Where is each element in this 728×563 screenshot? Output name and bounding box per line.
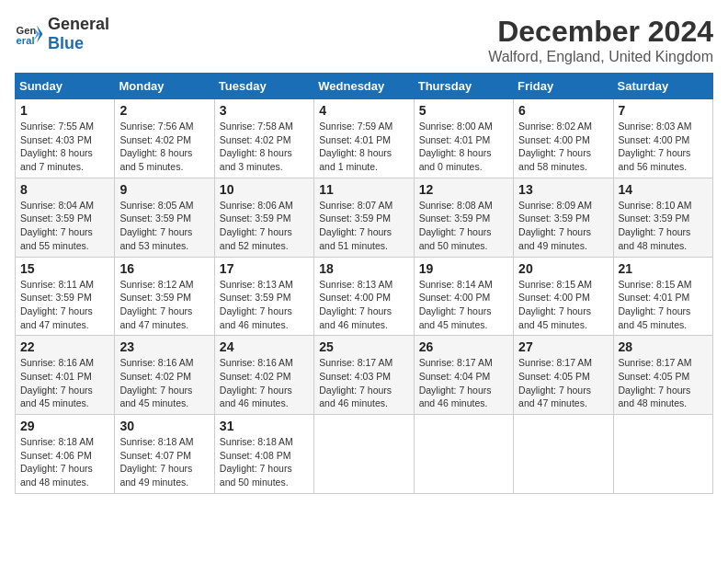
- empty-cell: [314, 415, 414, 494]
- day-detail: Sunrise: 8:00 AM Sunset: 4:01 PM Dayligh…: [419, 120, 508, 174]
- day-number: 2: [119, 103, 209, 118]
- calendar-day-7: 7Sunrise: 8:03 AM Sunset: 4:00 PM Daylig…: [613, 99, 712, 178]
- day-number: 14: [619, 182, 708, 197]
- day-detail: Sunrise: 8:17 AM Sunset: 4:03 PM Dayligh…: [319, 356, 408, 410]
- calendar-day-24: 24Sunrise: 8:16 AM Sunset: 4:02 PM Dayli…: [214, 336, 313, 415]
- day-number: 8: [20, 182, 109, 197]
- calendar-day-5: 5Sunrise: 8:00 AM Sunset: 4:01 PM Daylig…: [414, 99, 513, 178]
- day-detail: Sunrise: 8:16 AM Sunset: 4:02 PM Dayligh…: [119, 356, 209, 410]
- day-detail: Sunrise: 7:56 AM Sunset: 4:02 PM Dayligh…: [119, 120, 209, 174]
- calendar-day-15: 15Sunrise: 8:11 AM Sunset: 3:59 PM Dayli…: [16, 257, 115, 336]
- empty-cell: [414, 415, 513, 494]
- calendar-week-3: 15Sunrise: 8:11 AM Sunset: 3:59 PM Dayli…: [16, 257, 713, 336]
- day-detail: Sunrise: 8:11 AM Sunset: 3:59 PM Dayligh…: [20, 278, 109, 332]
- calendar-day-29: 29Sunrise: 8:18 AM Sunset: 4:06 PM Dayli…: [16, 415, 115, 494]
- calendar-day-9: 9Sunrise: 8:05 AM Sunset: 3:59 PM Daylig…: [115, 178, 214, 257]
- day-detail: Sunrise: 8:02 AM Sunset: 4:00 PM Dayligh…: [518, 120, 608, 174]
- calendar-header-row: SundayMondayTuesdayWednesdayThursdayFrid…: [16, 74, 713, 99]
- day-number: 7: [619, 103, 708, 118]
- day-number: 6: [518, 103, 608, 118]
- day-number: 16: [119, 261, 209, 276]
- day-detail: Sunrise: 8:17 AM Sunset: 4:05 PM Dayligh…: [518, 356, 608, 410]
- header-day-wednesday: Wednesday: [314, 74, 414, 99]
- logo-line2: Blue: [48, 34, 109, 53]
- header-day-thursday: Thursday: [414, 74, 513, 99]
- page-header: Gen eral General Blue December 2024 Walf…: [15, 15, 713, 65]
- day-number: 20: [518, 261, 608, 276]
- calendar-day-10: 10Sunrise: 8:06 AM Sunset: 3:59 PM Dayli…: [214, 178, 313, 257]
- day-number: 23: [119, 339, 209, 354]
- calendar-day-30: 30Sunrise: 8:18 AM Sunset: 4:07 PM Dayli…: [115, 415, 214, 494]
- calendar-day-22: 22Sunrise: 8:16 AM Sunset: 4:01 PM Dayli…: [16, 336, 115, 415]
- calendar-week-5: 29Sunrise: 8:18 AM Sunset: 4:06 PM Dayli…: [16, 415, 713, 494]
- day-detail: Sunrise: 8:16 AM Sunset: 4:01 PM Dayligh…: [20, 356, 109, 410]
- day-number: 25: [319, 339, 408, 354]
- day-number: 12: [419, 182, 508, 197]
- day-detail: Sunrise: 8:05 AM Sunset: 3:59 PM Dayligh…: [119, 199, 209, 253]
- logo-icon: Gen eral: [15, 19, 44, 49]
- title-block: December 2024 Walford, England, United K…: [488, 15, 713, 65]
- svg-text:Gen: Gen: [17, 25, 37, 36]
- calendar-day-13: 13Sunrise: 8:09 AM Sunset: 3:59 PM Dayli…: [514, 178, 613, 257]
- day-number: 9: [119, 182, 209, 197]
- day-detail: Sunrise: 8:16 AM Sunset: 4:02 PM Dayligh…: [220, 356, 309, 410]
- calendar-day-1: 1Sunrise: 7:55 AM Sunset: 4:03 PM Daylig…: [16, 99, 115, 178]
- day-detail: Sunrise: 8:06 AM Sunset: 3:59 PM Dayligh…: [220, 199, 309, 253]
- day-detail: Sunrise: 8:17 AM Sunset: 4:04 PM Dayligh…: [419, 356, 508, 410]
- day-detail: Sunrise: 8:14 AM Sunset: 4:00 PM Dayligh…: [419, 278, 508, 332]
- header-day-friday: Friday: [514, 74, 613, 99]
- calendar-day-21: 21Sunrise: 8:15 AM Sunset: 4:01 PM Dayli…: [613, 257, 712, 336]
- day-detail: Sunrise: 8:10 AM Sunset: 3:59 PM Dayligh…: [619, 199, 708, 253]
- day-number: 5: [419, 103, 508, 118]
- day-number: 22: [20, 339, 109, 354]
- calendar-day-19: 19Sunrise: 8:14 AM Sunset: 4:00 PM Dayli…: [414, 257, 513, 336]
- day-number: 11: [319, 182, 408, 197]
- calendar-day-26: 26Sunrise: 8:17 AM Sunset: 4:04 PM Dayli…: [414, 336, 513, 415]
- day-detail: Sunrise: 8:09 AM Sunset: 3:59 PM Dayligh…: [518, 199, 608, 253]
- header-day-tuesday: Tuesday: [214, 74, 313, 99]
- day-number: 19: [419, 261, 508, 276]
- day-detail: Sunrise: 8:15 AM Sunset: 4:01 PM Dayligh…: [619, 278, 708, 332]
- calendar-day-4: 4Sunrise: 7:59 AM Sunset: 4:01 PM Daylig…: [314, 99, 414, 178]
- calendar-week-2: 8Sunrise: 8:04 AM Sunset: 3:59 PM Daylig…: [16, 178, 713, 257]
- day-number: 28: [619, 339, 708, 354]
- empty-cell: [514, 415, 613, 494]
- day-number: 18: [319, 261, 408, 276]
- day-detail: Sunrise: 8:13 AM Sunset: 3:59 PM Dayligh…: [220, 278, 309, 332]
- calendar-day-27: 27Sunrise: 8:17 AM Sunset: 4:05 PM Dayli…: [514, 336, 613, 415]
- day-detail: Sunrise: 8:13 AM Sunset: 4:00 PM Dayligh…: [319, 278, 408, 332]
- day-detail: Sunrise: 8:17 AM Sunset: 4:05 PM Dayligh…: [619, 356, 708, 410]
- calendar-day-25: 25Sunrise: 8:17 AM Sunset: 4:03 PM Dayli…: [314, 336, 414, 415]
- day-detail: Sunrise: 8:04 AM Sunset: 3:59 PM Dayligh…: [20, 199, 109, 253]
- calendar-day-8: 8Sunrise: 8:04 AM Sunset: 3:59 PM Daylig…: [16, 178, 115, 257]
- day-detail: Sunrise: 8:07 AM Sunset: 3:59 PM Dayligh…: [319, 199, 408, 253]
- day-number: 24: [220, 339, 309, 354]
- calendar-day-17: 17Sunrise: 8:13 AM Sunset: 3:59 PM Dayli…: [214, 257, 313, 336]
- calendar-day-14: 14Sunrise: 8:10 AM Sunset: 3:59 PM Dayli…: [613, 178, 712, 257]
- day-detail: Sunrise: 8:18 AM Sunset: 4:06 PM Dayligh…: [20, 435, 109, 489]
- calendar-day-3: 3Sunrise: 7:58 AM Sunset: 4:02 PM Daylig…: [214, 99, 313, 178]
- day-number: 29: [20, 419, 109, 433]
- day-detail: Sunrise: 8:08 AM Sunset: 3:59 PM Dayligh…: [419, 199, 508, 253]
- day-detail: Sunrise: 7:55 AM Sunset: 4:03 PM Dayligh…: [20, 120, 109, 174]
- day-detail: Sunrise: 8:03 AM Sunset: 4:00 PM Dayligh…: [619, 120, 708, 174]
- empty-cell: [613, 415, 712, 494]
- day-number: 17: [220, 261, 309, 276]
- day-number: 31: [220, 419, 309, 433]
- calendar-week-1: 1Sunrise: 7:55 AM Sunset: 4:03 PM Daylig…: [16, 99, 713, 178]
- day-number: 27: [518, 339, 608, 354]
- day-number: 1: [20, 103, 109, 118]
- calendar-day-12: 12Sunrise: 8:08 AM Sunset: 3:59 PM Dayli…: [414, 178, 513, 257]
- day-detail: Sunrise: 7:58 AM Sunset: 4:02 PM Dayligh…: [220, 120, 309, 174]
- day-detail: Sunrise: 7:59 AM Sunset: 4:01 PM Dayligh…: [319, 120, 408, 174]
- day-detail: Sunrise: 8:18 AM Sunset: 4:07 PM Dayligh…: [119, 435, 209, 489]
- calendar-day-16: 16Sunrise: 8:12 AM Sunset: 3:59 PM Dayli…: [115, 257, 214, 336]
- calendar-day-28: 28Sunrise: 8:17 AM Sunset: 4:05 PM Dayli…: [613, 336, 712, 415]
- calendar-day-23: 23Sunrise: 8:16 AM Sunset: 4:02 PM Dayli…: [115, 336, 214, 415]
- calendar-day-6: 6Sunrise: 8:02 AM Sunset: 4:00 PM Daylig…: [514, 99, 613, 178]
- day-detail: Sunrise: 8:12 AM Sunset: 3:59 PM Dayligh…: [119, 278, 209, 332]
- day-number: 21: [619, 261, 708, 276]
- calendar-day-2: 2Sunrise: 7:56 AM Sunset: 4:02 PM Daylig…: [115, 99, 214, 178]
- calendar-day-31: 31Sunrise: 8:18 AM Sunset: 4:08 PM Dayli…: [214, 415, 313, 494]
- calendar-table: SundayMondayTuesdayWednesdayThursdayFrid…: [15, 73, 713, 494]
